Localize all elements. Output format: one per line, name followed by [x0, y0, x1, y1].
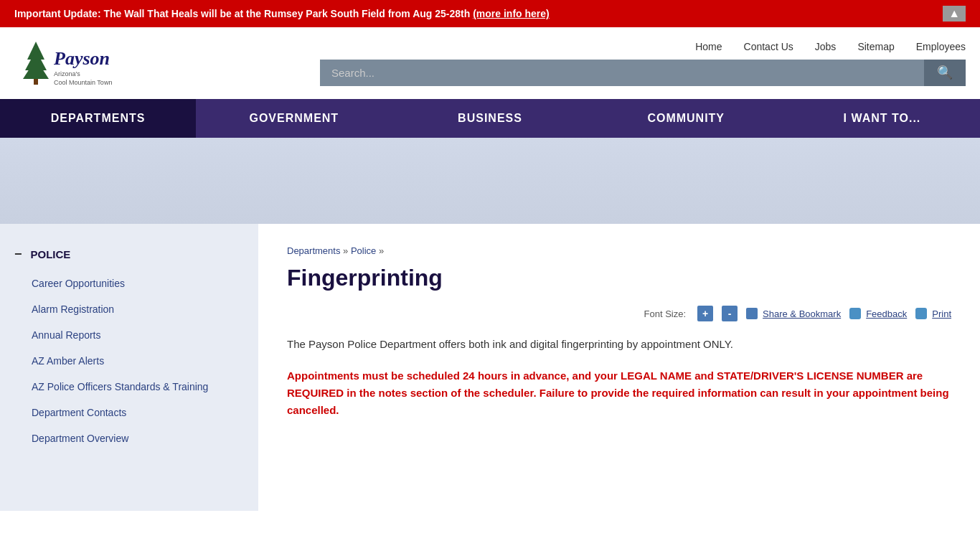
- share-label: Share & Bookmark: [763, 309, 841, 319]
- collapse-icon[interactable]: −: [14, 247, 22, 262]
- sidebar-link-annual[interactable]: Annual Reports: [0, 322, 258, 348]
- alert-message: Important Update: The Wall That Heals wi…: [14, 8, 473, 19]
- header: Payson Arizona's Cool Mountain Town Home…: [0, 27, 980, 99]
- nav-sitemap[interactable]: Sitemap: [857, 41, 894, 52]
- font-decrease-button[interactable]: -: [722, 306, 738, 321]
- nav-community[interactable]: COMMUNITY: [588, 99, 784, 138]
- header-right: Home Contact Us Jobs Sitemap Employees 🔍: [172, 41, 966, 86]
- breadcrumb: Departments » Police »: [287, 245, 951, 256]
- breadcrumb-sep1: »: [343, 245, 351, 256]
- page-title: Fingerprinting: [287, 265, 951, 291]
- search-bar: 🔍: [320, 60, 966, 86]
- content-area: − POLICE Career Opportunities Alarm Regi…: [0, 224, 980, 511]
- main-content: Departments » Police » Fingerprinting Fo…: [258, 224, 980, 511]
- sidebar-link-alarm[interactable]: Alarm Registration: [0, 296, 258, 322]
- site-logo[interactable]: Payson Arizona's Cool Mountain Town: [14, 34, 172, 92]
- sidebar-section-title: − POLICE: [0, 238, 258, 270]
- nav-government[interactable]: GOVERNMENT: [196, 99, 392, 138]
- warning-text: Appointments must be scheduled 24 hours …: [287, 367, 951, 419]
- search-button[interactable]: 🔍: [924, 60, 966, 86]
- alert-link[interactable]: (more info here): [473, 8, 550, 19]
- nav-contact[interactable]: Contact Us: [744, 41, 793, 52]
- nav-iwantto[interactable]: I WANT TO...: [784, 99, 980, 138]
- nav-business[interactable]: BUSINESS: [392, 99, 588, 138]
- breadcrumb-police[interactable]: Police: [351, 245, 376, 256]
- sidebar-link-azpost[interactable]: AZ Police Officers Standards & Training: [0, 374, 258, 400]
- feedback-label: Feedback: [866, 309, 907, 319]
- share-icon: [746, 308, 758, 319]
- font-increase-button[interactable]: +: [697, 306, 713, 321]
- print-button[interactable]: Print: [915, 308, 951, 319]
- svg-text:Cool Mountain Town: Cool Mountain Town: [54, 79, 112, 86]
- hero-banner: [0, 138, 980, 224]
- intro-text: The Payson Police Department offers both…: [287, 336, 951, 353]
- feedback-button[interactable]: Feedback: [849, 308, 907, 319]
- hero-overlay: [0, 138, 980, 224]
- print-icon: [915, 308, 927, 319]
- search-input[interactable]: [320, 60, 924, 86]
- logo-area: Payson Arizona's Cool Mountain Town: [14, 34, 172, 92]
- svg-text:Payson: Payson: [53, 48, 110, 69]
- nav-jobs[interactable]: Jobs: [815, 41, 837, 52]
- top-nav: Home Contact Us Jobs Sitemap Employees: [695, 41, 966, 52]
- sidebar-link-overview[interactable]: Department Overview: [0, 425, 258, 451]
- nav-employees[interactable]: Employees: [916, 41, 966, 52]
- nav-home[interactable]: Home: [695, 41, 722, 52]
- main-nav: DEPARTMENTS GOVERNMENT BUSINESS COMMUNIT…: [0, 99, 980, 138]
- sidebar-title-text: POLICE: [31, 248, 71, 260]
- alert-bar: Important Update: The Wall That Heals wi…: [0, 0, 980, 27]
- svg-text:Arizona's: Arizona's: [54, 70, 80, 77]
- font-size-label: Font Size:: [644, 309, 687, 319]
- alert-toggle-button[interactable]: ▲: [943, 6, 966, 22]
- toolbar: Font Size: + - Share & Bookmark Feedback…: [287, 306, 951, 321]
- sidebar-link-amber[interactable]: AZ Amber Alerts: [0, 348, 258, 374]
- alert-text: Important Update: The Wall That Heals wi…: [14, 8, 550, 19]
- svg-rect-3: [34, 79, 38, 85]
- feedback-icon: [849, 308, 861, 319]
- nav-departments[interactable]: DEPARTMENTS: [0, 99, 196, 138]
- print-label: Print: [932, 309, 951, 319]
- sidebar: − POLICE Career Opportunities Alarm Regi…: [0, 224, 258, 511]
- breadcrumb-departments[interactable]: Departments: [287, 245, 340, 256]
- share-bookmark-button[interactable]: Share & Bookmark: [746, 308, 841, 319]
- sidebar-link-contacts[interactable]: Department Contacts: [0, 400, 258, 425]
- breadcrumb-sep2: »: [379, 245, 384, 256]
- sidebar-link-career[interactable]: Career Opportunities: [0, 270, 258, 296]
